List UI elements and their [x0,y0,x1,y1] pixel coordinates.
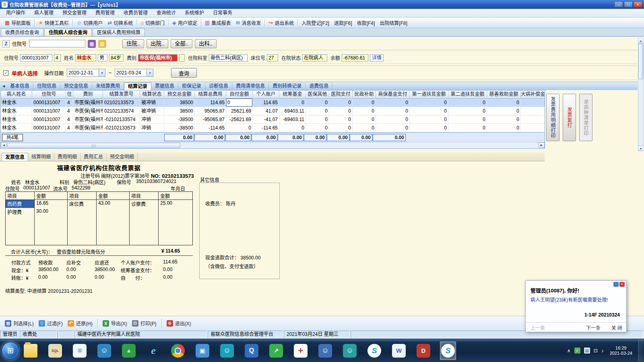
grid-column-header[interactable]: 统筹基金 [279,90,306,99]
switch-dept-button[interactable]: ⌂切换部门 [138,19,167,27]
chevron-up-icon[interactable]: ∧ [567,348,571,354]
horizontal-scrollbar[interactable]: ◀ ▶ [1,142,545,148]
vertical-scrollbar[interactable]: ▲ ▼ [638,38,644,151]
exit-button[interactable]: ⊙退出(X) [167,320,191,327]
detail-tab[interactable]: 预交金明细 [107,153,138,161]
filter-button[interactable]: ▽过滤(F) [39,320,63,327]
nav-panel-button[interactable]: ▦导航面板 [2,19,33,27]
menu-item[interactable]: 病人管理 [30,9,58,17]
database-app-taskbar-button[interactable]: D [415,341,431,360]
grid-column-header[interactable]: 医院支付 [329,90,353,99]
invoice-item-name[interactable]: 床位费 [68,200,97,208]
restore-button[interactable]: ↶还原(H) [68,320,93,327]
sql-query-taskbar-button[interactable]: Q [244,341,260,360]
chrome-taskbar-button[interactable] [170,341,186,360]
grid-column-header[interactable]: 结算发票号 [103,90,140,99]
record-tab[interactable]: 退费信息 [305,82,332,90]
grid-column-header[interactable]: 费别 [73,90,103,99]
record-tab[interactable]: 费用清单信息 [232,82,269,90]
grid-column-header[interactable]: 大病补偿金额 [521,90,545,99]
switch-user-button[interactable]: ☺切换用户 [74,19,105,27]
popup-next-button[interactable]: 下一条 [586,324,601,331]
detail-tab[interactable]: 费用明细 [54,153,80,161]
record-tab[interactable]: 住院信息 [33,82,60,90]
record-tab[interactable]: 费别转换记录 [269,82,305,90]
grid-column-header[interactable]: 住 [66,90,73,99]
chevron-left-icon[interactable]: ◀ [1,82,6,90]
w-app-taskbar-button[interactable]: W [391,341,407,360]
query-button[interactable]: 查询 [171,68,197,78]
grid-column-header[interactable]: 病人姓名 [1,90,32,99]
show-desktop-button[interactable] [638,339,643,362]
user-lock-button[interactable]: ◈用户锁定 [170,19,200,27]
popup-minimize-button[interactable]: – [613,282,619,287]
antivirus-tray-icon[interactable]: ✓ [574,348,580,354]
detail-tab[interactable]: 结算明细 [28,153,54,161]
record-tab[interactable]: 票据信息 [151,82,178,90]
grid-column-header[interactable]: 结算总费用 [195,90,226,99]
edit-icon[interactable]: ▨ [98,40,106,48]
grid-column-header[interactable]: 预交总金额 [164,90,195,99]
invoice-item-name[interactable]: 诊察费 [130,200,159,208]
column-select-button[interactable]: ▦列选择(L) [5,320,34,327]
scroll-up-icon[interactable]: ▲ [638,38,643,43]
patient-detail-button[interactable]: 详情 [370,54,384,62]
sql-server-taskbar-button[interactable]: SQL [47,341,63,360]
grid-row[interactable]: 林金水00001310074市医保(福州市-02102133574冲销-3850… [1,115,545,124]
menu-item[interactable]: 系统维护 [180,9,208,17]
main-tab[interactable]: 住院病人综合查询 [44,29,92,36]
scroll-right-icon[interactable]: ▶ [539,142,545,148]
patient-filter-button[interactable]: 出院.. [147,39,168,48]
date-from-select[interactable]: 2020-12-31 ▼ [67,69,105,77]
report-button[interactable]: ▥集成报表 [202,19,233,27]
doctor-app-taskbar-button[interactable]: ☺ [96,341,112,360]
menu-item[interactable]: 预交金管理 [58,9,91,17]
patient-filter-button[interactable]: 出科.. [195,39,217,48]
date-to-select[interactable]: 2021-03-24 ▼ [115,69,153,77]
grid-column-header[interactable]: 商保基金支付 [376,90,410,99]
medical-kit-taskbar-button[interactable]: + [293,341,309,360]
chevron-down-icon[interactable]: ▼ [147,69,153,76]
admission-no-search-input[interactable] [29,40,85,47]
nurse-app-taskbar-button[interactable]: ☺ [219,341,235,360]
main-tab[interactable]: 收费员综合查询 [1,29,43,36]
patient-filter-button[interactable]: 住院.. [122,39,144,48]
record-tab[interactable]: 结算记录 [124,82,151,90]
network-icon[interactable]: ⊡ [594,348,598,354]
patient-filter-button[interactable]: 全部.. [171,39,192,48]
doctor-blue-app-taskbar-button[interactable]: ☺ [317,341,333,360]
quick-toolbar-button[interactable]: ★快捷工具栏 [36,19,71,27]
start-button[interactable]: ⊞ [2,342,19,360]
taskbar-clock[interactable]: 16:29 2021-03-24 [607,346,635,356]
internet-explorer-taskbar-button[interactable]: e [145,341,161,360]
grid-column-header[interactable]: 自付金额 [226,90,253,99]
refund-button[interactable]: 退款[F6] [332,19,355,27]
single-disease-list-print-button[interactable]: 单病种清单打印 [579,94,592,141]
record-tab[interactable]: 未结算费用 [92,82,124,90]
record-tab[interactable]: 预交金信息 [60,82,92,90]
grid-row[interactable]: 林金水00001310074市医保(福州市02102133574被冲销38500… [1,107,545,115]
grid-column-header[interactable]: 医保其他 [306,90,329,99]
menu-item[interactable]: 收费员管理 [119,9,152,17]
chevron-down-icon[interactable]: ▼ [99,69,105,76]
grid-column-header[interactable]: 慈善救助金额 [487,90,521,99]
popup-prev-button[interactable]: 上一条 [530,324,545,331]
invoice-item-name[interactable]: 西药费 [6,200,35,208]
folder-taskbar-button[interactable] [23,341,39,360]
close-button[interactable]: × [634,1,642,8]
main-tab[interactable]: 医保病人费用预结算 [93,29,145,36]
chart-app-taskbar-button[interactable]: ▲ [121,341,137,360]
report-app-taskbar-button[interactable]: ↗ [268,341,284,360]
single-patient-checkbox[interactable]: ✓ [3,70,8,76]
collect-button[interactable]: 收款[F4] [355,19,378,27]
exit-system-button[interactable]: ↪退出系统 [266,19,296,27]
invoice-fee-detail-print-button[interactable]: 发票费用明细打印 [546,94,559,141]
his-app-taskbar-button[interactable]: S [440,341,456,360]
grid-column-header[interactable]: 住院号 [32,90,66,99]
menu-item[interactable]: 查询统计 [152,9,180,17]
scrollbar-thumb[interactable] [638,44,643,79]
grid-column-header[interactable]: 民政补助 [353,90,376,99]
maximize-button[interactable]: □ [624,1,633,8]
print-button[interactable]: ⊟打印(P) [132,320,157,327]
menu-item[interactable]: 日常事务 [208,9,237,17]
